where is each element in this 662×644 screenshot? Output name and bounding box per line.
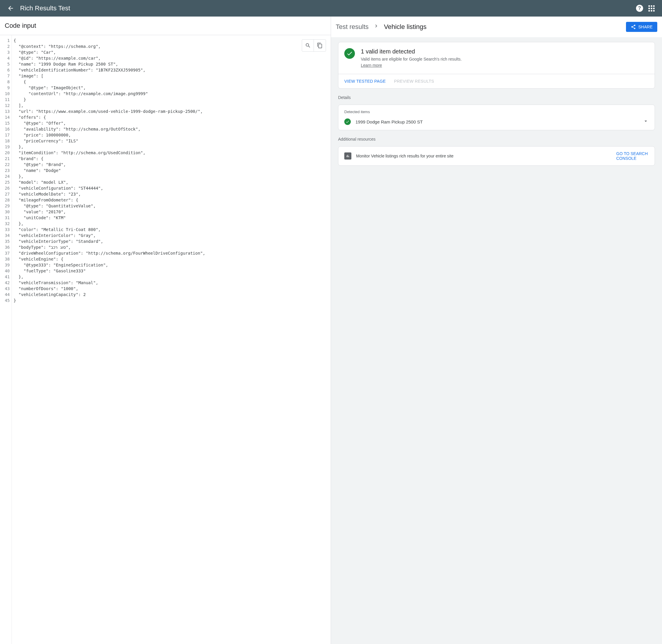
go-to-console-link[interactable]: GO TO SEARCH CONSOLE [616,151,649,161]
resource-card: Monitor Vehicle listings rich results fo… [338,146,655,166]
status-card: 1 valid item detected Valid items are el… [338,42,655,89]
resources-label: Additional resources [338,137,655,141]
status-title: 1 valid item detected [361,48,462,55]
bar-chart-icon [344,153,351,160]
results-header: Test results Vehicle listings SHARE [331,17,662,37]
search-code-button[interactable] [302,40,314,51]
preview-results-link: PREVIEW RESULTS [394,79,434,84]
detected-items-heading: Detected items [344,110,649,114]
share-button[interactable]: SHARE [626,22,657,32]
arrow-back-icon [7,5,14,12]
help-button[interactable]: ? [634,2,645,14]
results-panel: Test results Vehicle listings SHARE 1 va… [331,17,662,644]
detected-item-name: 1999 Dodge Ram Pickup 2500 ST [355,119,638,124]
resource-text: Monitor Vehicle listings rich results fo… [356,154,612,158]
status-desc: Valid items are eligible for Google Sear… [361,57,462,62]
main-split: Code input 12345678910111213141516171819… [0,17,662,644]
chevron-down-icon [643,118,649,125]
search-icon [305,43,311,48]
help-icon: ? [636,5,643,12]
copy-code-button[interactable] [314,40,326,51]
share-label: SHARE [638,24,653,29]
app-title: Rich Results Test [20,4,634,12]
view-tested-page-link[interactable]: VIEW TESTED PAGE [344,79,386,84]
detected-item-row[interactable]: 1999 Dodge Ram Pickup 2500 ST [344,118,649,125]
check-icon [344,118,351,125]
code-input-heading: Code input [0,17,331,35]
line-gutter: 1234567891011121314151617181920212223242… [0,35,12,644]
breadcrumb-root[interactable]: Test results [336,23,369,31]
chevron-right-icon [373,23,379,31]
card-tabs: VIEW TESTED PAGE PREVIEW RESULTS [338,74,655,88]
code-toolbar [302,39,326,52]
app-header: Rich Results Test ? [0,0,662,17]
detected-items-card: Detected items 1999 Dodge Ram Pickup 250… [338,105,655,130]
apps-icon [648,5,655,12]
details-label: Details [338,95,655,100]
apps-button[interactable] [645,2,657,14]
copy-icon [317,43,323,48]
breadcrumb-current: Vehicle listings [384,23,426,31]
code-content[interactable]: { "@context": "https://schema.org", "@ty… [12,35,331,644]
results-body: 1 valid item detected Valid items are el… [331,37,662,173]
share-icon [631,24,636,29]
code-input-panel: Code input 12345678910111213141516171819… [0,17,331,644]
check-icon [344,48,355,59]
back-button[interactable] [5,2,17,14]
learn-more-link[interactable]: Learn more [361,63,382,68]
code-editor[interactable]: 1234567891011121314151617181920212223242… [0,35,331,644]
